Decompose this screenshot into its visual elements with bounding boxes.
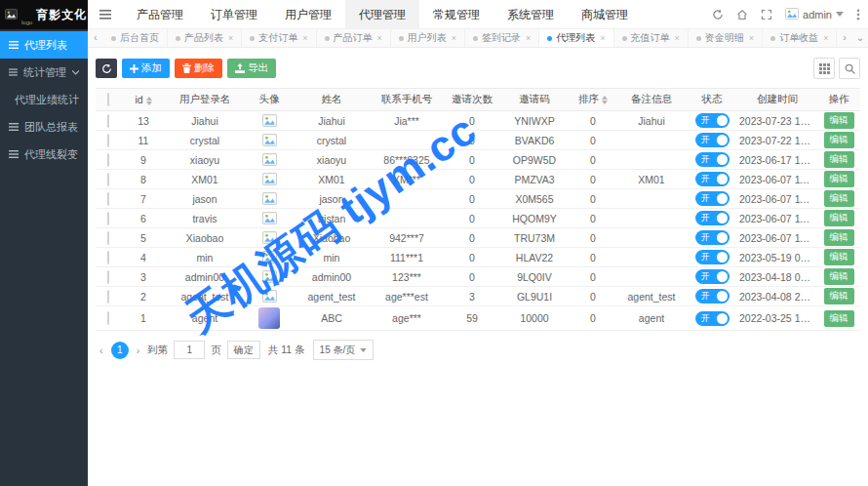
cell-remark: XM01 — [616, 170, 687, 189]
sort-icon[interactable] — [602, 96, 608, 104]
edit-button[interactable]: 编辑 — [824, 190, 854, 207]
sidebar-item-label: 代理线裂变 — [24, 147, 78, 162]
per-page-select[interactable]: 15 条/页 — [313, 340, 375, 360]
tab-close-icon[interactable]: × — [526, 33, 531, 43]
select-all-checkbox[interactable] — [107, 93, 109, 106]
refresh-table-button[interactable] — [96, 59, 117, 78]
page-unit-label: 页 — [211, 344, 221, 357]
table-row: 1agentABCage***59100000agent开2022-03-25 … — [96, 306, 860, 331]
sidebar-item[interactable]: 统计管理 — [0, 59, 88, 86]
cell-sort: 0 — [570, 287, 616, 306]
status-toggle[interactable]: 开 — [695, 113, 730, 128]
status-toggle[interactable]: 开 — [695, 289, 730, 304]
tab-item[interactable]: 代理列表× — [539, 29, 613, 47]
tab-label: 支付订单 — [258, 31, 297, 45]
menu-toggle-icon[interactable] — [88, 10, 123, 20]
tabs: 后台首页产品列表×支付订单×产品订单×用户列表×签到记录×代理列表×充值订单×资… — [103, 29, 837, 47]
row-checkbox[interactable] — [107, 251, 109, 264]
search-icon[interactable] — [839, 58, 860, 79]
sort-icon[interactable] — [146, 97, 152, 105]
next-page-icon[interactable]: › — [135, 344, 142, 356]
tab-item[interactable]: 充值订单× — [614, 29, 689, 47]
status-toggle[interactable]: 开 — [695, 152, 730, 167]
more-vertical-icon[interactable] — [856, 9, 860, 20]
row-checkbox[interactable] — [107, 153, 109, 167]
tab-close-icon[interactable]: × — [675, 33, 680, 43]
row-checkbox[interactable] — [107, 290, 109, 304]
topnav-item[interactable]: 产品管理 — [123, 0, 197, 29]
topnav-item[interactable]: 用户管理 — [271, 0, 345, 29]
status-toggle[interactable]: 开 — [695, 211, 730, 225]
prev-page-icon[interactable]: ‹ — [98, 344, 105, 356]
edit-button[interactable]: 编辑 — [824, 151, 854, 168]
current-page[interactable]: 1 — [111, 342, 129, 359]
export-button[interactable]: 导出 — [227, 59, 276, 78]
tab-item[interactable]: 订单收益× — [763, 29, 837, 47]
row-checkbox[interactable] — [107, 114, 109, 128]
sidebar-item[interactable]: 代理业绩统计 — [0, 86, 88, 113]
edit-button[interactable]: 编辑 — [824, 288, 854, 304]
tab-item[interactable]: 后台首页 — [103, 29, 168, 47]
edit-button[interactable]: 编辑 — [824, 132, 854, 148]
row-checkbox[interactable] — [107, 212, 109, 225]
tab-close-icon[interactable]: × — [228, 33, 233, 43]
cell-remark: agent_test — [616, 287, 687, 306]
sidebar-item[interactable]: 团队总报表 — [0, 113, 88, 141]
sidebar-item[interactable]: 代理列表 — [0, 31, 88, 59]
tab-close-icon[interactable]: × — [377, 33, 382, 43]
status-toggle[interactable]: 开 — [695, 250, 730, 264]
edit-button[interactable]: 编辑 — [824, 112, 854, 129]
columns-grid-icon[interactable] — [813, 58, 835, 79]
home-icon[interactable] — [736, 9, 748, 20]
row-checkbox[interactable] — [107, 173, 109, 186]
edit-button[interactable]: 编辑 — [824, 171, 854, 187]
cell-action: 编辑 — [817, 131, 860, 150]
topnav-item[interactable]: 订单管理 — [197, 0, 271, 29]
edit-button[interactable]: 编辑 — [824, 268, 854, 285]
tab-dot-icon — [622, 36, 627, 41]
status-toggle[interactable]: 开 — [695, 311, 730, 326]
sidebar-item-label: 统计管理 — [23, 65, 66, 80]
page-input[interactable] — [174, 341, 205, 359]
app-window: logo 育影文化 产品管理订单管理用户管理代理管理常规管理系统管理商城管理 a… — [0, 0, 868, 486]
delete-button[interactable]: 删除 — [175, 59, 222, 78]
row-checkbox[interactable] — [107, 192, 109, 206]
topnav-item[interactable]: 常规管理 — [419, 0, 493, 29]
status-toggle[interactable]: 开 — [695, 230, 730, 245]
tabs-menu-icon[interactable]: ⌄ — [852, 29, 868, 47]
edit-button[interactable]: 编辑 — [824, 310, 854, 327]
row-checkbox[interactable] — [107, 311, 109, 325]
row-checkbox[interactable] — [107, 134, 109, 147]
refresh-icon[interactable] — [712, 9, 724, 20]
tab-item[interactable]: 资金明细× — [689, 29, 763, 47]
status-toggle[interactable]: 开 — [695, 191, 730, 206]
status-toggle[interactable]: 开 — [695, 133, 730, 147]
edit-button[interactable]: 编辑 — [824, 210, 854, 226]
tabs-scroll-left-icon[interactable]: ‹ — [88, 29, 103, 47]
tab-close-icon[interactable]: × — [452, 33, 456, 43]
topnav-item[interactable]: 商城管理 — [568, 0, 642, 29]
goto-confirm-button[interactable]: 确定 — [227, 341, 260, 359]
tabs-scroll-right-icon[interactable]: › — [837, 29, 852, 47]
add-button[interactable]: 添加 — [122, 59, 170, 78]
edit-button[interactable]: 编辑 — [824, 229, 854, 246]
topnav-item[interactable]: 代理管理 — [345, 0, 419, 29]
tab-close-icon[interactable]: × — [823, 33, 828, 43]
sidebar-item[interactable]: 代理线裂变 — [0, 141, 88, 168]
user-menu[interactable]: admin — [785, 8, 844, 21]
topnav-item[interactable]: 系统管理 — [493, 0, 568, 29]
row-checkbox[interactable] — [107, 231, 109, 245]
status-toggle[interactable]: 开 — [695, 269, 730, 284]
tab-close-icon[interactable]: × — [600, 33, 605, 43]
row-checkbox[interactable] — [107, 270, 109, 284]
tab-item[interactable]: 产品订单× — [317, 29, 391, 47]
tab-item[interactable]: 用户列表× — [391, 29, 465, 47]
tab-item[interactable]: 签到记录× — [465, 29, 539, 47]
tab-close-icon[interactable]: × — [749, 33, 754, 43]
tab-close-icon[interactable]: × — [302, 33, 307, 43]
edit-button[interactable]: 编辑 — [824, 249, 854, 265]
fullscreen-icon[interactable] — [761, 9, 772, 20]
status-toggle[interactable]: 开 — [695, 172, 730, 186]
tab-item[interactable]: 支付订单× — [242, 29, 316, 47]
tab-item[interactable]: 产品列表× — [168, 29, 242, 47]
